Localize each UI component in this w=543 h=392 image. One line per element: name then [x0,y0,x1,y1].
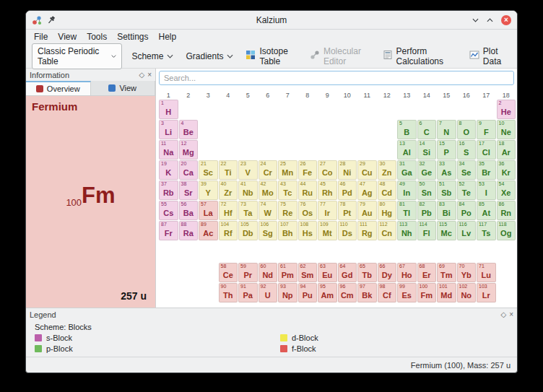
perform-calculations-button[interactable]: Perform Calculations [380,44,460,69]
float-panel-icon[interactable]: ◇ [500,311,506,318]
element-O[interactable]: 8O [457,120,477,139]
element-Nh[interactable]: 113Nh [397,221,417,240]
scheme-dropdown[interactable]: Scheme [129,49,176,64]
element-Ni[interactable]: 28Ni [338,160,357,180]
element-Ne[interactable]: 10Ne [497,120,516,139]
element-Sb[interactable]: 51Sb [437,180,456,200]
element-Ag[interactable]: 47Ag [357,180,377,200]
element-Pb[interactable]: 82Pb [417,201,437,220]
element-Sc[interactable]: 21Sc [199,160,218,180]
element-I[interactable]: 53I [477,180,496,200]
element-Rh[interactable]: 45Rh [318,180,337,200]
element-Ar[interactable]: 18Ar [497,140,516,160]
element-Fe[interactable]: 26Fe [298,160,318,180]
element-Cm[interactable]: 96Cm [338,283,357,302]
element-Lv[interactable]: 116Lv [457,221,477,240]
element-Mt[interactable]: 109Mt [318,221,337,240]
element-Rf[interactable]: 104Rf [219,221,238,240]
element-Ta[interactable]: 73Ta [238,201,258,220]
element-Pd[interactable]: 46Pd [338,180,357,200]
element-Rb[interactable]: 37Rb [159,180,178,200]
element-Nd[interactable]: 60Nd [259,263,278,282]
element-Xe[interactable]: 54Xe [497,180,516,200]
element-Eu[interactable]: 63Eu [318,263,337,282]
element-Tm[interactable]: 69Tm [437,263,456,282]
element-Lr[interactable]: 103Lr [477,283,496,302]
element-Ti[interactable]: 22Ti [219,160,238,180]
element-Cu[interactable]: 29Cu [357,160,377,180]
element-Pu[interactable]: 94Pu [298,283,318,302]
element-In[interactable]: 49In [397,180,417,200]
tab-view[interactable]: View [91,81,156,95]
element-Rn[interactable]: 86Rn [497,201,516,220]
element-Ce[interactable]: 58Ce [219,263,238,282]
element-Ir[interactable]: 77Ir [318,201,337,220]
isotope-table-button[interactable]: Isotope Table [243,44,300,69]
element-C[interactable]: 6C [417,120,437,139]
element-Si[interactable]: 14Si [417,140,437,160]
element-Og[interactable]: 118Og [497,221,516,240]
element-K[interactable]: 19K [159,160,178,180]
element-Ho[interactable]: 67Ho [397,263,417,282]
element-Li[interactable]: 3Li [159,120,178,139]
menu-settings[interactable]: Settings [112,30,153,43]
element-Am[interactable]: 95Am [318,283,337,302]
element-Bh[interactable]: 107Bh [278,221,297,240]
element-As[interactable]: 33As [437,160,456,180]
element-Th[interactable]: 90Th [219,283,238,302]
element-Pt[interactable]: 78Pt [338,201,357,220]
element-V[interactable]: 23V [238,160,258,180]
element-Sr[interactable]: 38Sr [179,180,199,200]
element-Hf[interactable]: 72Hf [219,201,238,220]
element-Es[interactable]: 99Es [397,283,417,302]
element-B[interactable]: 5B [397,120,417,139]
close-button[interactable]: × [501,15,511,25]
element-S[interactable]: 16S [457,140,477,160]
element-Cl[interactable]: 17Cl [477,140,496,160]
element-Cr[interactable]: 24Cr [259,160,278,180]
element-N[interactable]: 7N [437,120,456,139]
element-Zr[interactable]: 40Zr [219,180,238,200]
element-Pa[interactable]: 91Pa [238,283,258,302]
element-Na[interactable]: 11Na [159,140,178,160]
element-Ca[interactable]: 20Ca [179,160,199,180]
close-panel-icon[interactable]: × [509,311,513,318]
element-F[interactable]: 9F [477,120,496,139]
element-Md[interactable]: 101Md [437,283,456,302]
element-Sm[interactable]: 62Sm [298,263,318,282]
element-Hg[interactable]: 80Hg [378,201,397,220]
element-Kr[interactable]: 36Kr [497,160,516,180]
plot-data-button[interactable]: Plot Data [466,44,511,69]
element-Ge[interactable]: 32Ge [417,160,437,180]
element-Te[interactable]: 52Te [457,180,477,200]
element-Mc[interactable]: 115Mc [437,221,456,240]
maximize-button[interactable] [487,18,493,22]
float-panel-icon[interactable]: ◇ [139,71,144,79]
element-Hs[interactable]: 108Hs [298,221,318,240]
element-Ra[interactable]: 88Ra [179,221,199,240]
element-Ds[interactable]: 110Ds [338,221,357,240]
element-Tc[interactable]: 43Tc [278,180,297,200]
element-Cd[interactable]: 48Cd [378,180,397,200]
element-Ba[interactable]: 56Ba [179,201,199,220]
element-Co[interactable]: 27Co [318,160,337,180]
menu-file[interactable]: File [29,30,53,43]
element-Re[interactable]: 75Re [278,201,297,220]
gradients-dropdown[interactable]: Gradients [183,49,236,64]
element-Bi[interactable]: 83Bi [437,201,456,220]
element-At[interactable]: 85At [477,201,496,220]
element-Y[interactable]: 39Y [199,180,218,200]
element-Be[interactable]: 4Be [179,120,199,139]
element-Np[interactable]: 93Np [278,283,297,302]
table-type-select[interactable]: Classic Periodic Table [32,43,122,69]
element-Se[interactable]: 34Se [457,160,477,180]
element-Sg[interactable]: 106Sg [259,221,278,240]
element-Br[interactable]: 35Br [477,160,496,180]
element-Fm[interactable]: 100Fm [417,283,437,302]
element-P[interactable]: 15P [437,140,456,160]
menu-tools[interactable]: Tools [82,30,112,43]
element-U[interactable]: 92U [259,283,278,302]
element-Mg[interactable]: 12Mg [179,140,199,160]
element-Tb[interactable]: 65Tb [357,263,377,282]
menu-view[interactable]: View [53,30,82,43]
